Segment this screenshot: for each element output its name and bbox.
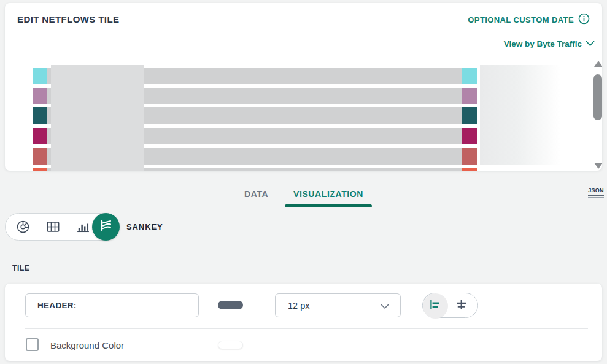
redacted-destination-labels	[480, 65, 560, 165]
sankey-type-button-selected[interactable]	[92, 213, 120, 241]
preview-scrollbar[interactable]	[593, 60, 602, 170]
text-alignment-toggle	[422, 293, 478, 318]
align-center-icon	[455, 300, 467, 312]
json-icon: JSON	[588, 187, 604, 193]
sankey-preview	[5, 55, 602, 171]
tab-visualization[interactable]: VISUALIZATION	[285, 189, 372, 199]
background-color-swatch[interactable]	[218, 341, 243, 349]
align-left-button[interactable]	[423, 293, 448, 319]
tile-editor-card: EDIT NETFLOWS TILE OPTIONAL CUSTOM DATE …	[5, 3, 602, 171]
panel-divider	[25, 328, 588, 329]
view-by-label: View by Byte Traffic	[504, 39, 582, 48]
optional-custom-date-label: OPTIONAL CUSTOM DATE	[468, 15, 574, 25]
optional-custom-date-button[interactable]: OPTIONAL CUSTOM DATE	[468, 13, 590, 26]
tile-settings-panel: 12 px	[5, 284, 602, 361]
background-color-checkbox[interactable]	[26, 338, 39, 351]
scroll-down-arrow-icon[interactable]	[594, 163, 602, 169]
table-icon[interactable]	[45, 219, 61, 235]
font-size-value: 12 px	[276, 301, 309, 311]
font-size-select[interactable]: 12 px	[275, 293, 401, 317]
align-left-icon	[430, 300, 441, 312]
json-view-button[interactable]: JSON	[588, 187, 604, 198]
header-color-swatch[interactable]	[218, 301, 243, 309]
redacted-source-labels	[51, 65, 144, 171]
dialog-title: EDIT NETFLOWS TILE	[17, 14, 119, 25]
edit-netflows-dialog: EDIT NETFLOWS TILE OPTIONAL CUSTOM DATE …	[0, 0, 607, 364]
chevron-down-icon	[380, 303, 390, 309]
donut-chart-icon[interactable]	[15, 219, 31, 235]
background-color-label: Background Color	[50, 340, 124, 350]
sankey-icon	[98, 217, 114, 236]
align-center-button[interactable]	[449, 293, 473, 319]
info-icon[interactable]	[578, 13, 590, 26]
scrollbar-thumb[interactable]	[593, 74, 602, 120]
tile-section-label: TILE	[12, 264, 30, 273]
chevron-down-icon	[586, 39, 595, 48]
scroll-up-arrow-icon[interactable]	[594, 61, 602, 67]
view-by-dropdown[interactable]: View by Byte Traffic	[504, 39, 595, 48]
selected-chart-type-label: SANKEY	[126, 222, 163, 231]
bar-chart-icon[interactable]	[75, 219, 91, 235]
header-text-input[interactable]	[25, 293, 199, 317]
active-tab-underline	[285, 204, 372, 207]
header-divider	[5, 31, 602, 31]
tab-data[interactable]: DATA	[244, 189, 268, 199]
